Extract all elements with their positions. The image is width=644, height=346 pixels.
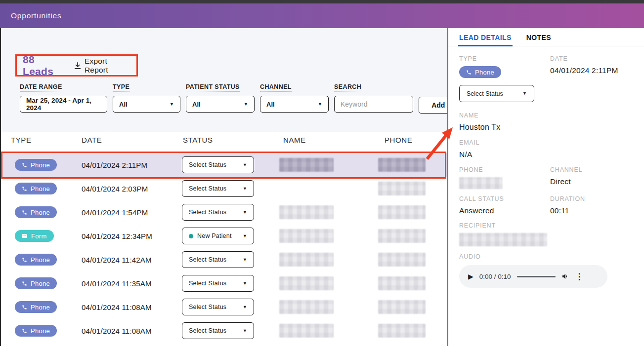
search-input[interactable] <box>341 100 407 108</box>
detail-recipient-field: RECIPIENT <box>459 222 644 246</box>
phone-icon <box>22 210 27 215</box>
redacted-phone <box>378 276 426 290</box>
tab-notes[interactable]: NOTES <box>525 34 552 46</box>
table-row[interactable]: Phone 04/01/2024 2:11PM Select Status ▼ <box>0 153 447 177</box>
detail-date-value: 04/01/2024 2:11PM <box>550 66 644 75</box>
redacted-name <box>279 324 334 338</box>
channel-filter-label: CHANNEL <box>260 83 292 92</box>
search-filter-label: SEARCH <box>334 83 361 92</box>
export-report-label: Export Report <box>85 57 130 75</box>
table-row[interactable]: Phone 04/01/2024 11:08AM Select Status ▼ <box>0 319 447 343</box>
row-status-select[interactable]: Select Status ▼ <box>182 275 254 292</box>
detail-name-field: NAME Houston Tx <box>459 112 644 132</box>
row-status-select[interactable]: Select Status ▼ <box>182 299 254 315</box>
leads-summary-annotation-box: 88 Leads Export Report <box>15 54 138 77</box>
row-status-select[interactable]: Select Status ▼ <box>182 322 254 339</box>
lead-type-badge: Phone <box>15 325 57 337</box>
patient-status-filter-select[interactable]: All ▼ <box>186 96 255 113</box>
date-range-label: DATE RANGE <box>20 83 62 92</box>
table-row[interactable]: Phone 04/01/2024 1:54PM Select Status ▼ <box>0 200 447 224</box>
chevron-down-icon: ▼ <box>244 102 248 107</box>
redacted-name <box>279 276 334 290</box>
app-header: Opportunities <box>0 3 644 28</box>
search-field-wrap <box>334 96 413 113</box>
table-row[interactable]: Form 04/01/2024 12:34PM New Patient ▼ <box>0 224 447 248</box>
row-status-select[interactable]: New Patient ▼ <box>182 228 254 244</box>
detail-email-label: EMAIL <box>459 139 644 146</box>
column-header-date: DATE <box>82 136 102 144</box>
lead-date: 04/01/2024 11:08AM <box>82 295 152 319</box>
detail-email-value: N/A <box>459 150 644 159</box>
patient-status-filter-label: PATIENT STATUS <box>186 83 240 92</box>
more-options-icon[interactable]: ⋮ <box>575 271 584 282</box>
window-top-strip <box>0 0 644 3</box>
tab-lead-details[interactable]: LEAD DETAILS <box>458 34 513 46</box>
redacted-phone <box>378 229 426 243</box>
redacted-phone <box>378 324 426 338</box>
detail-call-status-field: CALL STATUS Answered <box>459 195 550 215</box>
mail-icon <box>22 233 28 239</box>
row-status-select[interactable]: Select Status ▼ <box>182 251 254 268</box>
detail-audio-field: AUDIO ▶ 0:00 / 0:10 ⋮ <box>459 253 644 288</box>
chevron-down-icon: ▼ <box>243 234 247 238</box>
phone-icon <box>22 186 27 192</box>
type-filter-select[interactable]: All ▼ <box>113 96 180 113</box>
detail-fields: TYPE Phone Select Status ▼ DATE 04/01/20… <box>448 46 644 288</box>
opportunities-link[interactable]: Opportunities <box>11 11 62 20</box>
status-dot-icon <box>189 234 193 238</box>
phone-icon <box>22 281 27 286</box>
redacted-name <box>279 300 334 314</box>
audio-time: 0:00 / 0:10 <box>479 273 511 280</box>
filter-channel: CHANNEL All ▼ <box>260 83 329 114</box>
detail-call-status-label: CALL STATUS <box>459 195 550 202</box>
row-status-select[interactable]: Select Status ▼ <box>182 204 254 221</box>
chevron-down-icon: ▼ <box>170 102 174 107</box>
redacted-phone <box>378 182 426 195</box>
chevron-down-icon: ▼ <box>243 329 247 333</box>
detail-audio-label: AUDIO <box>459 253 644 260</box>
lead-type-badge: Phone <box>459 66 501 78</box>
row-status-select[interactable]: Select Status ▼ <box>182 156 254 173</box>
row-status-select[interactable]: Select Status ▼ <box>182 180 254 197</box>
date-range-input[interactable]: Mar 25, 2024 - Apr 1, 2024 <box>20 96 107 113</box>
detail-status-select[interactable]: Select Status ▼ <box>459 85 534 102</box>
table-row[interactable]: Phone 04/01/2024 11:08AM Select Status ▼ <box>0 295 447 319</box>
leads-table-body: Phone 04/01/2024 2:11PM Select Status ▼ … <box>0 153 447 343</box>
lead-date: 04/01/2024 12:34PM <box>82 224 152 248</box>
play-icon[interactable]: ▶ <box>468 272 473 280</box>
chevron-down-icon: ▼ <box>243 210 247 215</box>
table-row[interactable]: Phone 04/01/2024 11:35AM Select Status ▼ <box>0 271 447 295</box>
filter-bar: DATE RANGE Mar 25, 2024 - Apr 1, 2024 TY… <box>20 83 447 114</box>
detail-name-label: NAME <box>459 112 644 119</box>
detail-duration-field: DURATION 00:11 <box>550 195 644 215</box>
volume-icon[interactable] <box>561 272 569 280</box>
detail-date-field: DATE 04/01/2024 2:11PM <box>550 55 644 102</box>
phone-icon <box>22 257 27 263</box>
redacted-phone-value <box>459 177 503 189</box>
table-row[interactable]: Phone 04/01/2024 11:42AM Select Status ▼ <box>0 248 447 271</box>
export-report-button[interactable]: Export Report <box>74 57 130 75</box>
redacted-phone <box>378 205 426 219</box>
detail-channel-field: CHANNEL Direct <box>550 166 644 189</box>
audio-player[interactable]: ▶ 0:00 / 0:10 ⋮ <box>459 265 607 288</box>
chevron-down-icon: ▼ <box>243 187 247 191</box>
column-header-type: TYPE <box>11 136 32 144</box>
column-header-status: STATUS <box>183 136 213 144</box>
download-icon <box>74 62 81 70</box>
channel-filter-select[interactable]: All ▼ <box>260 96 329 113</box>
column-header-phone: PHONE <box>385 136 412 144</box>
lead-type-badge: Phone <box>15 159 57 171</box>
redacted-phone <box>378 253 426 267</box>
detail-tabs: LEAD DETAILS NOTES <box>448 28 644 46</box>
detail-channel-label: CHANNEL <box>550 166 644 173</box>
audio-seek-bar[interactable] <box>517 276 556 277</box>
lead-type-badge: Phone <box>15 254 57 266</box>
lead-type-badge: Form <box>15 230 54 242</box>
detail-name-value: Houston Tx <box>459 123 644 132</box>
add-filter-button[interactable]: Add F <box>419 97 447 114</box>
lead-date: 04/01/2024 2:03PM <box>82 177 148 200</box>
filter-patient-status: PATIENT STATUS All ▼ <box>186 83 255 114</box>
redacted-name <box>279 253 334 267</box>
table-row[interactable]: Phone 04/01/2024 2:03PM Select Status ▼ <box>0 177 447 200</box>
redacted-name <box>279 205 334 219</box>
